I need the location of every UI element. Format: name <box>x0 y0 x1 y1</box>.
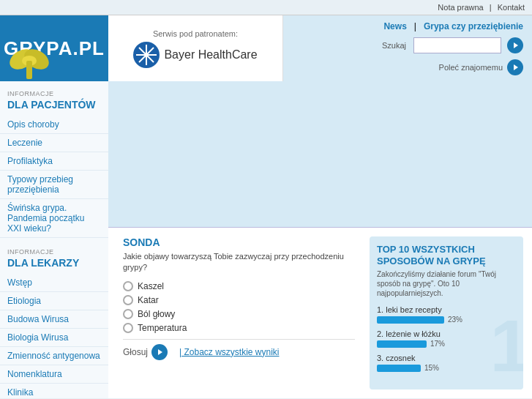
option-bol-label: Ból głowy <box>138 309 175 319</box>
sidebar-section-lekarzy: INFORMACJE DLA LEKARZY Wstęp Etiologia B… <box>0 245 108 399</box>
option-bol[interactable]: Ból głowy <box>123 309 355 319</box>
radio-temp[interactable] <box>123 323 133 333</box>
sidebar-item-klinika[interactable]: Klinika <box>0 384 108 399</box>
logo-area: GRYPA.PL <box>0 15 108 81</box>
top10-bar-3 <box>377 365 421 372</box>
sonda-question: Jakie objawy towarzyszą Tobie zazwyczaj … <box>123 251 355 274</box>
radio-kaszel[interactable] <box>123 281 133 291</box>
radio-katar[interactable] <box>123 295 133 305</box>
top10-bar-2 <box>377 340 427 348</box>
search-button[interactable] <box>507 37 523 53</box>
svg-marker-9 <box>514 42 518 48</box>
option-katar[interactable]: Katar <box>123 295 355 305</box>
sidebar-title-1: DLA PACJENTÓW <box>0 99 108 116</box>
sidebar-item-profilaktyka[interactable]: Profilaktyka <box>0 152 108 171</box>
top10-pct-2: 17% <box>430 340 445 348</box>
grypa-link[interactable]: Grypa czy przeziębienie <box>424 21 523 31</box>
sidebar-header-1: INFORMACJE <box>0 87 108 99</box>
sonda-title: SONDA <box>123 236 355 248</box>
recommend-label: Poleć znajomemu <box>439 63 503 72</box>
big-decorative-number: 1 <box>490 309 523 382</box>
sidebar-item-biologia[interactable]: Biologia Wirusa <box>0 329 108 347</box>
content-lower: SONDA Jakie objawy towarzyszą Tobie zazw… <box>108 228 532 398</box>
content-area: SONDA Jakie objawy towarzyszą Tobie zazw… <box>108 81 532 398</box>
nav-top-links: News | Grypa czy przeziębienie <box>283 15 532 34</box>
ribbon-icon <box>7 45 51 81</box>
svg-rect-3 <box>26 61 32 79</box>
sidebar-item-zmiennosc[interactable]: Zmienność antygenowa <box>0 347 108 365</box>
glosuj-button[interactable]: Głosuj <box>123 344 168 360</box>
patron-label: Serwis pod patronatem: <box>153 29 238 38</box>
top10-pct-3: 15% <box>424 364 439 372</box>
header: GRYPA.PL Serwis pod patronatem: Bayer He… <box>0 15 532 81</box>
option-kaszel[interactable]: Kaszel <box>123 281 355 291</box>
wyniki-link[interactable]: | Zobacz wszystkie wyniki <box>179 347 279 357</box>
sidebar-item-etiologia[interactable]: Etiologia <box>0 292 108 310</box>
top10-title: TOP 10 WSZYSTKICH SPOSOBÓW NA GRYPĘ <box>377 244 516 266</box>
nav-right: News | Grypa czy przeziębienie Szukaj Po… <box>283 15 532 81</box>
sidebar-item-przebieg[interactable]: Typowy przebieg przeziębienia <box>0 171 108 199</box>
sidebar-item-nomenklatura[interactable]: Nomenklatura <box>0 365 108 384</box>
top10-panel: TOP 10 WSZYSTKICH SPOSOBÓW NA GRYPĘ Zako… <box>370 236 523 389</box>
kontakt-link[interactable]: Kontakt <box>498 3 525 12</box>
svg-marker-10 <box>514 64 518 70</box>
search-input[interactable] <box>413 37 501 53</box>
nav-sep: | <box>414 21 416 31</box>
nota-prawna-link[interactable]: Nota prawna <box>438 3 483 12</box>
top10-pct-1: 23% <box>448 316 462 324</box>
sidebar-item-leczenie[interactable]: Leczenie <box>0 134 108 152</box>
patron-area: Serwis pod patronatem: Bayer HealthCare <box>108 15 283 81</box>
search-area: Szukaj <box>283 34 532 59</box>
news-link[interactable]: News <box>383 21 406 31</box>
top-bar: Nota prawna | Kontakt <box>0 0 532 15</box>
sidebar-header-2: INFORMACJE <box>0 245 108 257</box>
sidebar-item-budowa[interactable]: Budowa Wirusa <box>0 310 108 329</box>
sonda-panel: SONDA Jakie objawy towarzyszą Tobie zazw… <box>117 236 361 389</box>
search-label: Szukaj <box>382 41 406 50</box>
main: INFORMACJE DLA PACJENTÓW Opis choroby Le… <box>0 81 532 398</box>
option-temp[interactable]: Temperatura <box>123 323 355 333</box>
svg-marker-11 <box>158 349 162 355</box>
bayer-logo: Bayer HealthCare <box>133 42 257 68</box>
sidebar-item-swinska[interactable]: Świńska grypa. Pandemia początku XXI wie… <box>0 199 108 238</box>
glosuj-label: Głosuj <box>123 347 148 357</box>
recommend-button[interactable] <box>507 59 523 75</box>
sidebar-title-2: DLA LEKARZY <box>0 257 108 274</box>
sidebar-item-opis[interactable]: Opis choroby <box>0 116 108 134</box>
sidebar: INFORMACJE DLA PACJENTÓW Opis choroby Le… <box>0 81 108 398</box>
sonda-footer: Głosuj | Zobacz wszystkie wyniki <box>123 339 355 360</box>
content-upper-banner <box>108 81 532 228</box>
radio-bol[interactable] <box>123 309 133 319</box>
top-bar-sep: | <box>490 3 492 12</box>
recommend-area: Poleć znajomemu <box>283 59 532 81</box>
option-katar-label: Katar <box>138 295 159 305</box>
bayer-name: Bayer HealthCare <box>164 48 257 61</box>
option-kaszel-label: Kaszel <box>138 281 164 291</box>
option-temp-label: Temperatura <box>138 323 187 333</box>
glosuj-circle-button[interactable] <box>151 344 168 360</box>
top10-subtitle: Zakończyliśmy działanie forum "Twój spos… <box>377 269 516 298</box>
sidebar-item-wstep[interactable]: Wstęp <box>0 274 108 292</box>
top10-bar-1 <box>377 316 444 324</box>
sidebar-section-pacjentow: INFORMACJE DLA PACJENTÓW Opis choroby Le… <box>0 87 108 238</box>
bayer-circle-icon <box>133 42 160 68</box>
